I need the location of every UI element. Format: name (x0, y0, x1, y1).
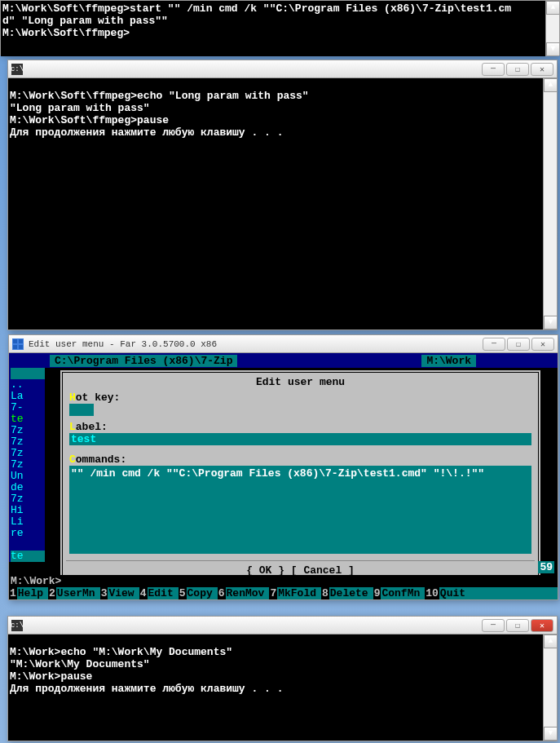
console-window-4: c:\ ─ ☐ ✕ M:\Work>echo "M:\Work\My Docum… (7, 616, 558, 741)
edit-user-menu-dialog: Edit user menu Hot key: Label: test Comm… (60, 369, 541, 586)
fkey-number: 5 (179, 587, 187, 599)
console-window-2: c:\ ─ ☐ ✕ M:\Work\Soft\ffmpeg>echo "Long… (7, 60, 558, 330)
far-left-column: x ..La7- te 7z7z7z7z Unde7zHiLire te (9, 368, 45, 562)
titlebar-buttons: ─ ☐ ✕ (483, 338, 554, 351)
scroll-down-icon[interactable]: ▼ (546, 42, 559, 56)
minimize-button[interactable]: ─ (482, 63, 505, 76)
cmd-icon: c:\ (11, 620, 23, 631)
fkey-edit[interactable]: Edit (148, 587, 179, 599)
scroll-up-icon[interactable]: ▲ (544, 635, 557, 648)
console-1-body: M:\Work\Soft\ffmpeg>start "" /min cmd /k… (1, 1, 559, 56)
scroll-up-icon[interactable]: ▲ (546, 1, 559, 15)
console-line: M:\Work\Soft\ffmpeg>echo "Long param wit… (10, 90, 555, 102)
titlebar-4: c:\ ─ ☐ ✕ (8, 617, 557, 635)
console-line: M:\Work>echo "M:\Work\My Documents" (10, 646, 555, 658)
scrollbar[interactable]: ▲ ▼ (545, 1, 559, 56)
maximize-button[interactable]: ☐ (507, 338, 530, 351)
far-window: Edit user menu - Far 3.0.5700.0 x86 ─ ☐ … (8, 334, 558, 600)
dialog-title: Edit user menu (66, 376, 535, 388)
fkey-copy[interactable]: Copy (187, 587, 218, 599)
close-button[interactable]: ✕ (531, 619, 553, 632)
fkey-number: 1 (9, 587, 17, 599)
fkey-number: 7 (269, 587, 277, 599)
commands-label: Commands: (66, 453, 535, 466)
console-4-body: M:\Work>echo "M:\Work\My Documents" "M:\… (8, 635, 557, 741)
commands-input[interactable]: "" /min cmd /k ""C:\Program Files (x86)\… (69, 466, 531, 554)
fkey-number: 3 (100, 587, 108, 599)
fkey-delete[interactable]: Delete (329, 587, 373, 599)
label-input[interactable]: test (69, 433, 531, 445)
far-command-line[interactable]: M:\Work> (9, 575, 558, 587)
console-line: Для продолжения нажмите любую клавишу . … (10, 126, 555, 139)
fkey-mkfold[interactable]: MkFold (277, 587, 321, 599)
scroll-up-icon[interactable]: ▲ (544, 78, 557, 92)
far-icon (12, 338, 24, 350)
console-line: M:\Work\Soft\ffmpeg>pause (10, 114, 555, 126)
far-right-path: M:\Work (421, 355, 476, 367)
console-line: Для продолжения нажмите любую клавишу . … (10, 683, 555, 695)
fkey-number: 9 (373, 587, 381, 599)
scroll-down-icon[interactable]: ▼ (544, 727, 557, 741)
cmd-icon: c:\ (11, 64, 23, 75)
fkey-number: 8 (321, 587, 329, 599)
far-content: C:\Program Files (x86)\7-Zip M:\Work x .… (9, 353, 558, 599)
minimize-button[interactable]: ─ (482, 619, 505, 632)
fkey-number: 2 (48, 587, 56, 599)
console-line: d" "Long param with pass"" (2, 15, 558, 27)
far-left-path: C:\Program Files (x86)\7-Zip (50, 355, 237, 367)
close-button[interactable]: ✕ (531, 63, 553, 76)
fkey-usermn[interactable]: UserMn (56, 587, 100, 599)
hotkey-input[interactable] (69, 404, 94, 416)
console-line: M:\Work\Soft\ffmpeg>start "" /min cmd /k… (2, 2, 558, 15)
titlebar-buttons: ─ ☐ ✕ (482, 63, 553, 76)
label-label: Label: (66, 421, 535, 433)
scrollbar[interactable]: ▲ ▼ (543, 78, 557, 329)
far-title: Edit user menu - Far 3.0.5700.0 x86 (29, 339, 483, 349)
hotkey-label: Hot key: (66, 391, 535, 404)
console-line: "Long param with pass" (10, 102, 555, 114)
console-line: M:\Work>pause (10, 670, 555, 683)
maximize-button[interactable]: ☐ (506, 619, 529, 632)
close-button[interactable]: ✕ (531, 338, 554, 351)
titlebar-2: c:\ ─ ☐ ✕ (8, 60, 557, 78)
far-status-number: 59 (538, 561, 554, 573)
console-window-1: M:\Work\Soft\ffmpeg>start "" /min cmd /k… (0, 0, 560, 55)
fkey-confmn[interactable]: ConfMn (381, 587, 425, 599)
minimize-button[interactable]: ─ (483, 338, 505, 351)
maximize-button[interactable]: ☐ (506, 63, 529, 76)
fkey-number: 6 (218, 587, 226, 599)
far-function-keys: 1Help2UserMn3View4Edit5Copy6RenMov7MkFol… (9, 587, 558, 599)
console-2-body: M:\Work\Soft\ffmpeg>echo "Long param wit… (8, 78, 557, 329)
fkey-help[interactable]: Help (17, 587, 48, 599)
fkey-quit[interactable]: Quit (439, 587, 470, 599)
fkey-view[interactable]: View (108, 587, 139, 599)
console-line: "M:\Work\My Documents" (10, 658, 555, 670)
fkey-number: 4 (139, 587, 148, 599)
titlebar-buttons: ─ ☐ ✕ (482, 619, 553, 632)
fkey-renmov[interactable]: RenMov (226, 587, 270, 599)
console-line: M:\Work\Soft\ffmpeg> (2, 27, 558, 39)
scrollbar[interactable]: ▲ ▼ (543, 635, 557, 741)
titlebar-far: Edit user menu - Far 3.0.5700.0 x86 ─ ☐ … (9, 335, 558, 353)
scroll-down-icon[interactable]: ▼ (544, 316, 557, 329)
fkey-number: 10 (425, 587, 439, 599)
